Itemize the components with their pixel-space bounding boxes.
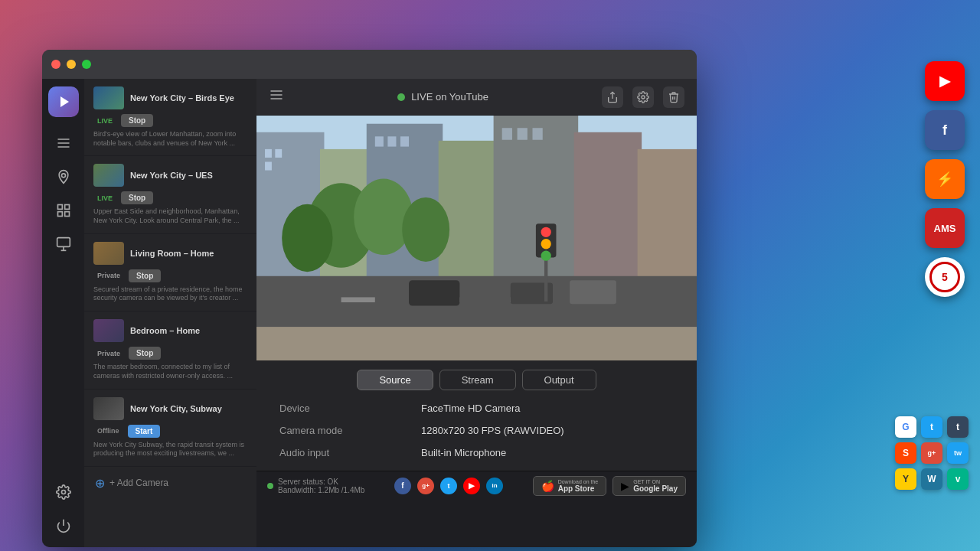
delete-button[interactable] [663,86,684,108]
svg-rect-24 [494,116,579,302]
five-dock-icon[interactable]: 5 [925,257,965,297]
svg-rect-27 [265,149,272,158]
facebook-social-icon[interactable]: f [394,478,411,494]
camera-stop-button-2[interactable]: Stop [129,269,161,282]
sidebar-item-power[interactable] [50,512,77,540]
svg-rect-47 [570,280,616,304]
status-bar: Server status: OK Bandwidth: 1.2Mb /1.4M… [256,471,697,500]
social-icons: f g+ t ▶ in [394,478,503,494]
camera-stop-button-0[interactable]: Stop [121,114,153,127]
right-dock: ▶ f ⚡ AMS 5 [925,61,965,297]
camera-name-1: New York City – UES [130,171,247,180]
tab-source[interactable]: Source [357,370,433,390]
camera-thumb-0 [93,86,124,109]
camera-list: New York City – Birds Eye LIVE Stop Bird… [84,79,256,547]
googleplus-social-icon[interactable]: g+ [417,478,434,494]
google-play-sub: GET IT ON [633,479,678,484]
svg-rect-7 [64,212,69,217]
camera-item-0[interactable]: New York City – Birds Eye LIVE Stop Bird… [84,79,256,156]
bottom-panel: Source Stream Output Device FaceTime HD … [256,360,697,471]
sidebar-item-list[interactable] [50,197,77,224]
server-status-dot [267,483,273,489]
server-status-text: Server status: OK [278,478,364,486]
mini-vine-icon[interactable]: v [947,468,969,490]
camera-thumb-4 [93,397,124,420]
sidebar-item-map[interactable] [50,163,77,191]
camera-stop-button-1[interactable]: Stop [121,191,153,204]
mini-tw2-icon[interactable]: tw [947,442,969,464]
sidebar-item-settings[interactable] [50,478,77,506]
camera-item-1[interactable]: New York City – UES LIVE Stop Upper East… [84,156,256,233]
camera-name-0: New York City – Birds Eye [130,93,247,103]
mini-tumblr-icon[interactable]: t [947,416,969,438]
settings-button[interactable] [632,86,654,108]
tab-stream[interactable]: Stream [439,370,516,390]
app-logo[interactable] [48,86,79,117]
svg-rect-9 [57,238,70,247]
mini-wordpress-icon[interactable]: W [921,468,942,490]
google-play-badge[interactable]: ▶ GET IT ON Google Play [612,476,686,496]
app-window: New York City – Birds Eye LIVE Stop Bird… [42,50,697,547]
camera-item-2[interactable]: Living Room – Home Private Stop Secured … [84,234,256,311]
apple-icon: 🍎 [541,480,554,492]
mini-twitter-icon[interactable]: t [921,416,942,438]
mini-google-icon[interactable]: G [895,416,916,438]
menu-icon[interactable] [269,87,284,106]
mini-stumble-icon[interactable]: S [895,442,916,464]
camera-status-2: Private [93,271,124,280]
camera-status-3: Private [93,349,124,358]
svg-rect-31 [387,136,396,146]
camera-stop-button-3[interactable]: Stop [129,347,161,360]
svg-rect-29 [265,161,272,170]
linkedin-social-icon[interactable]: in [486,478,503,494]
title-bar [42,50,697,79]
close-button[interactable] [51,60,60,69]
ams-dock-icon[interactable]: AMS [925,208,965,248]
minimize-button[interactable] [67,60,76,69]
live-status-dot [397,93,405,101]
play-icon: ▶ [621,480,629,492]
svg-rect-5 [57,205,62,210]
video-preview [256,116,697,360]
tab-output[interactable]: Output [522,370,596,390]
facebook-dock-icon[interactable]: f [925,110,965,150]
sidebar-item-grid[interactable] [50,230,77,258]
youtube-dock-icon[interactable]: ▶ [925,61,965,101]
icon-sidebar [42,79,84,547]
add-camera-label: + Add Camera [109,478,168,488]
camera-start-button-4[interactable]: Start [128,425,161,438]
camera-name-3: Bedroom – Home [130,326,247,335]
svg-rect-30 [375,136,384,146]
svg-rect-6 [64,205,69,210]
share-button[interactable] [602,86,623,108]
svg-point-39 [402,197,449,262]
camera-status-1: LIVE [93,194,116,203]
svg-point-50 [541,227,551,237]
svg-point-37 [282,204,332,272]
app-store-name: App Store [558,484,599,493]
camera-status-0: LIVE [93,116,116,126]
mini-gplus-icon[interactable]: g+ [921,442,942,464]
camera-item-4[interactable]: New York City, Subway Offline Start New … [84,390,256,467]
camera-mode-value: 980x551 30 FPS (RAWVIDEO) [421,425,674,436]
camera-status-4: Offline [93,426,123,435]
camera-item-3[interactable]: Bedroom – Home Private Stop The master b… [84,311,256,389]
maximize-button[interactable] [82,60,91,69]
youtube-social-icon[interactable]: ▶ [463,478,480,494]
camera-thumb-3 [93,319,124,342]
camera-desc-4: New York City Subway, the rapid transit … [93,441,247,458]
store-badges: 🍎 Download on the App Store ▶ GET IT ON … [533,476,686,496]
device-label: Device [279,403,406,414]
camera-desc-1: Upper East Side and neighborhood, Manhat… [93,207,247,225]
mini-yelp-icon[interactable]: Y [895,468,916,490]
sidebar-item-channels[interactable] [50,129,77,157]
add-camera-button[interactable]: ⊕ + Add Camera [84,467,256,500]
svg-rect-41 [256,276,697,327]
top-bar-actions [602,86,684,108]
lightning-dock-icon[interactable]: ⚡ [925,159,965,199]
camera-thumb-1 [93,164,124,187]
svg-rect-45 [409,280,459,305]
app-store-badge[interactable]: 🍎 Download on the App Store [533,476,607,496]
mini-dock: G t t S g+ tw Y W v [895,416,969,490]
twitter-social-icon[interactable]: t [440,478,457,494]
